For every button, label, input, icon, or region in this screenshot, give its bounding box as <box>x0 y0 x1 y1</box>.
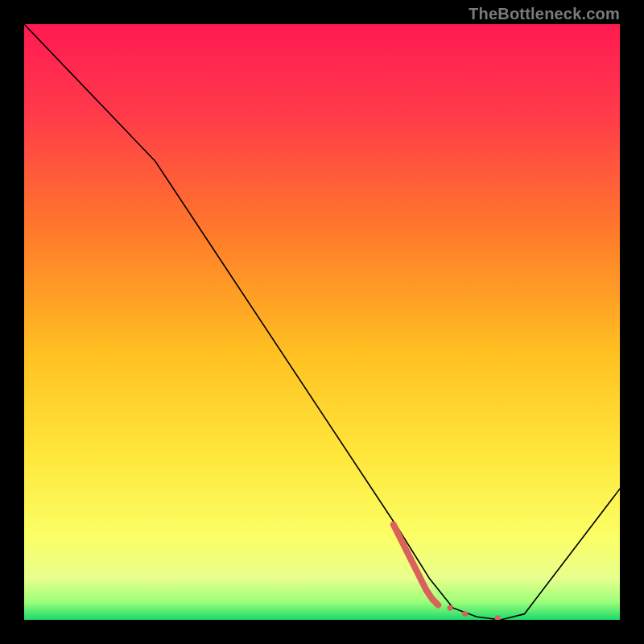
watermark: TheBottleneck.com <box>469 5 620 23</box>
sweet-spot-p1 <box>448 605 453 611</box>
bottleneck-chart: TheBottleneck.com <box>0 0 644 644</box>
plot-area <box>24 24 620 620</box>
gradient-bg <box>24 24 620 620</box>
plot-svg <box>24 24 620 620</box>
sweet-spot-p2 <box>462 611 468 617</box>
